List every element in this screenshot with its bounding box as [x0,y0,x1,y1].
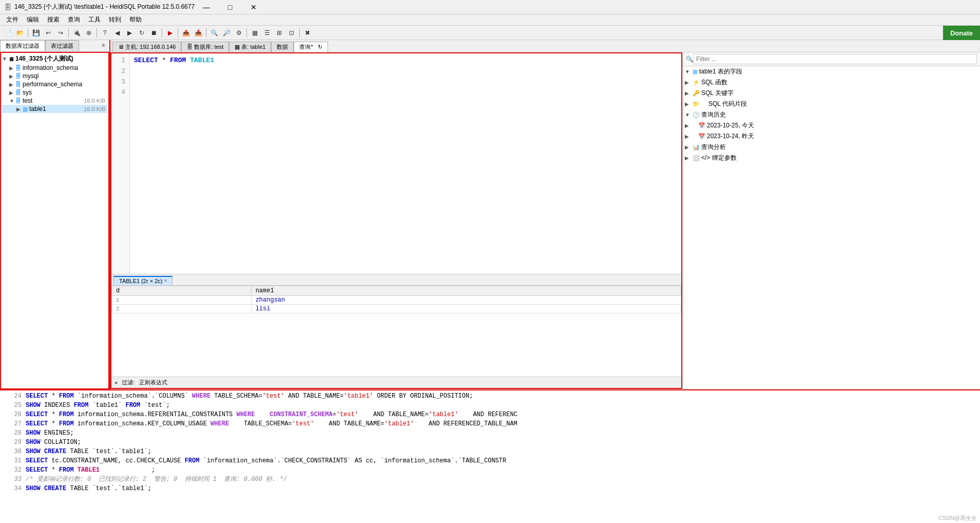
connect-button[interactable]: 🔌 [71,27,82,39]
new-button[interactable]: 📄 [2,27,13,39]
list-item[interactable]: ▼ 🗄 test 16.0 KiB [2,97,107,105]
sidebar-item-fields[interactable]: ▼ ▦ table1 表的字段 [683,66,980,77]
col-button[interactable]: ⊞ [274,27,285,39]
sidebar-expand-icon[interactable]: ▼ [685,112,691,118]
list-item[interactable]: ▶ 🗄 mysql [2,72,107,80]
expand-icon[interactable]: ▼ [9,98,15,104]
filter-input[interactable] [694,54,977,64]
expand-icon[interactable]: ▶ [9,65,15,71]
tree-root[interactable]: ▼ 🖥 146_3325 (个人测试) [2,54,107,64]
tab-data[interactable]: 数据 [271,42,294,52]
sidebar-expand-icon[interactable]: ▶ [685,134,691,139]
content-area: 数据库过滤器 表过滤器 ★ ▼ 🖥 146_3325 (个人测试) ▶ 🗄 in… [0,40,980,389]
grid-button[interactable]: ▦ [249,27,260,39]
tab-query[interactable]: 查询* ↻ [294,42,328,52]
open-button[interactable]: 📂 [14,27,26,39]
star-button[interactable]: ★ [98,40,109,51]
list-item[interactable]: ▶ ▦ table1 16.0 KiB [2,105,107,113]
sidebar-expand-icon[interactable]: ▶ [685,80,691,85]
result-tab[interactable]: TABLE1 (2r × 2c) × [113,276,172,285]
import-button[interactable]: 📥 [193,27,204,39]
tab-db-filter[interactable]: 数据库过滤器 [0,40,45,51]
next-button[interactable]: ▶ [124,27,135,39]
toolbar-sep-7 [246,28,247,38]
sidebar-item-history[interactable]: ▼ 🕐 查询历史 [683,109,980,120]
tree-item-label: test [23,97,32,104]
col-header-d[interactable]: d [112,286,252,296]
run-button[interactable]: ▶ [164,27,176,39]
cell-name1: lisi [251,305,681,313]
log-line: 24SELECT * FROM `information_schema`.`CO… [3,391,977,401]
save-button[interactable]: 💾 [30,27,42,39]
sql-editor[interactable]: 1234 SELECT * FROM TABLE1 [111,53,681,274]
sidebar-item-analysis[interactable]: ▶ 📊 查询分析 [683,142,980,153]
sidebar-item-history-today[interactable]: ▶ 📅 2023-10-25, 今天 [683,120,980,131]
list-button[interactable]: ☰ [261,27,273,39]
tree-item-label: mysql [23,72,39,80]
menu-search[interactable]: 搜索 [43,14,64,25]
refresh-button[interactable]: ↻ [136,27,147,39]
middle-content: 1234 SELECT * FROM TABLE1 TABLE1 (2r × 2… [110,52,980,389]
settings-button[interactable]: ⚙ [233,27,244,39]
main-layout: 数据库过滤器 表过滤器 ★ ▼ 🖥 146_3325 (个人测试) ▶ 🗄 in… [0,40,980,523]
results-table-container: d name1 1 zhangsan [111,286,681,313]
undo-button[interactable]: ↩ [43,27,54,39]
maximize-button[interactable]: □ [218,0,242,14]
sidebar-item-snippets[interactable]: ▶ 📁 SQL 代码片段 [683,99,980,109]
list-item[interactable]: ▶ 🗄 sys [2,88,107,97]
menu-help[interactable]: 帮助 [125,14,146,25]
sidebar-item-functions[interactable]: ▶ ⚡ SQL 函数 [683,77,980,88]
menu-goto[interactable]: 转到 [105,14,125,25]
disconnect-button[interactable]: ⊗ [83,27,94,39]
list-item[interactable]: ▶ 🗄 information_schema [2,64,107,72]
sidebar-item-history-yesterday[interactable]: ▶ 📅 2023-10-24, 昨天 [683,131,980,142]
sidebar-item-keywords[interactable]: ▶ 🔑 SQL 关键字 [683,88,980,99]
root-expand[interactable]: ▼ [2,56,8,62]
col-header-name1[interactable]: name1 [251,286,681,296]
clear-button[interactable]: ✖ [302,27,313,39]
code-content[interactable]: SELECT * FROM TABLE1 [130,53,218,274]
results-tab-bar: TABLE1 (2r × 2c) × [111,274,681,286]
minimize-button[interactable]: — [195,0,218,14]
expand-icon[interactable]: ▶ [9,73,15,79]
donate-button[interactable]: Donate [943,26,980,40]
tab-host[interactable]: 🖥 主机: 192.168.0.146 [112,42,181,52]
tab-table[interactable]: ▦ 表: table1 [229,42,271,52]
stop-button[interactable]: ⏹ [148,27,160,39]
left-panel: 数据库过滤器 表过滤器 ★ ▼ 🖥 146_3325 (个人测试) ▶ 🗄 in… [0,40,110,389]
export-button[interactable]: 📤 [180,27,191,39]
close-button[interactable]: ✕ [242,0,265,14]
expand-icon[interactable]: ▶ [16,106,23,112]
filter-close-button[interactable]: × [114,380,118,386]
menu-file[interactable]: 文件 [2,14,23,25]
toolbar-sep-8 [299,28,300,38]
expand-icon[interactable]: ▶ [9,90,15,96]
extra-button[interactable]: ⊡ [286,27,297,39]
zoom-out-button[interactable]: 🔎 [221,27,232,39]
help-button[interactable]: ? [99,27,110,39]
sidebar-item-params[interactable]: ▶ ⬜ </> 绑定参数 [683,153,980,163]
list-item[interactable]: ▶ 🗄 performance_schema [2,80,107,88]
sidebar-expand-icon[interactable]: ▶ [685,155,691,161]
sidebar-expand-icon[interactable]: ▶ [685,123,691,128]
menu-query[interactable]: 查询 [64,14,84,25]
result-close-icon[interactable]: × [164,278,167,284]
sidebar-expand-icon[interactable]: ▶ [685,144,691,150]
sidebar-label: SQL 代码片段 [708,100,747,108]
tab-db-label: 数据库: test [194,43,223,51]
sidebar-label: </> 绑定参数 [701,154,737,162]
zoom-button[interactable]: 🔍 [208,27,220,39]
tab-database[interactable]: 🗄 数据库: test [181,42,229,52]
sidebar-expand-icon[interactable]: ▶ [685,90,691,96]
menu-edit[interactable]: 编辑 [23,14,43,25]
prev-button[interactable]: ◀ [111,27,123,39]
expand-icon[interactable]: ▶ [9,82,15,87]
redo-button[interactable]: ↪ [55,27,66,39]
menu-tools[interactable]: 工具 [84,14,105,25]
tab-refresh-icon[interactable]: ↻ [318,44,322,50]
tab-table-filter[interactable]: 表过滤器 [45,40,79,51]
sidebar-expand-icon[interactable]: ▶ [685,101,691,107]
table-row: 1 zhangsan [112,296,681,305]
snippet-icon: 📁 [693,101,700,107]
sidebar-expand-icon[interactable]: ▼ [685,69,691,74]
